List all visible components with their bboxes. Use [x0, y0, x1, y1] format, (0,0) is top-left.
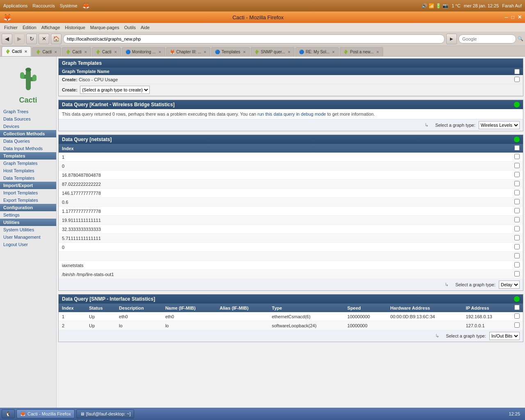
netstats-row-checkbox[interactable]: [514, 172, 520, 177]
taskbar: 🐧 🦊 Cacti - Mozilla Firefox 🖥 [fauf@fauf…: [0, 408, 525, 419]
tab-close-8[interactable]: ✕: [288, 50, 291, 54]
browser-toolbar: ◀ ▶ ↻ ✕ 🏠 ▶ 🔍: [0, 32, 525, 46]
menu-fichier[interactable]: Fichier: [2, 24, 20, 31]
debug-mode-link[interactable]: run this data query in debug mode: [258, 112, 326, 116]
tab-close-5[interactable]: ✕: [158, 50, 162, 54]
cisco-cpu-checkbox[interactable]: [514, 77, 520, 82]
sidebar-item-devices[interactable]: Devices: [0, 123, 56, 130]
search-bar[interactable]: [459, 34, 516, 43]
back-btn[interactable]: ◀: [2, 34, 12, 44]
stop-btn[interactable]: ✕: [39, 34, 49, 44]
tab-monitoring[interactable]: 🔵 Monitoring ... ✕: [122, 47, 165, 56]
tab-cacti-3[interactable]: 🌵 Cacti ✕: [62, 47, 91, 56]
sidebar-item-host-templates[interactable]: Host Templates: [0, 167, 56, 174]
netstats-row-checkbox[interactable]: [514, 199, 520, 204]
netstats-row: 0: [59, 162, 523, 171]
sidebar-item-data-templates[interactable]: Data Templates: [0, 174, 56, 182]
url-bar[interactable]: [63, 34, 445, 43]
snmp-status-dot: [514, 296, 520, 302]
netstats-row-checkbox[interactable]: [514, 190, 520, 195]
tab-close-3[interactable]: ✕: [84, 50, 87, 54]
snmp-row-checkbox[interactable]: [514, 313, 520, 319]
netstats-row-checkbox-cell: [511, 189, 523, 198]
minimize-btn[interactable]: ─: [504, 14, 508, 20]
sidebar-item-data-input-methods[interactable]: Data Input Methods: [0, 145, 56, 152]
snmp-select-all[interactable]: [514, 305, 520, 310]
tab-snmp[interactable]: 🌵 SNMP quer... ✕: [251, 47, 294, 56]
tab-post[interactable]: 🌵 Post a new... ✕: [340, 47, 383, 56]
netstats-row-checkbox[interactable]: [514, 262, 520, 267]
netstats-row-checkbox[interactable]: [514, 163, 520, 168]
gt-create-row-cisco: Create: Cisco - CPU Usage: [59, 75, 523, 84]
sidebar-item-export-templates[interactable]: Export Templates: [0, 196, 56, 204]
tab-cacti-1[interactable]: 🌵 Cacti ✕: [2, 46, 31, 56]
netstats-index-cell: 1.17777777777778: [59, 207, 511, 216]
sidebar-item-system-utilities[interactable]: System Utilities: [0, 226, 56, 233]
snmp-hw-cell: [387, 321, 463, 330]
netstats-row-checkbox[interactable]: [514, 217, 520, 222]
netstats-row: 16.8780487804878: [59, 171, 523, 180]
menu-affichage[interactable]: Affichage: [39, 24, 63, 31]
close-btn[interactable]: ✕: [518, 14, 522, 20]
tab-icon-6: 🦊: [170, 50, 175, 54]
tab-close-6[interactable]: ✕: [203, 50, 207, 54]
snmp-status-header: Status: [86, 304, 116, 312]
taskbar-firefox-btn[interactable]: 🦊 Cacti - Mozilla Firefox: [16, 409, 75, 418]
sidebar-item-import-templates[interactable]: Import Templates: [0, 189, 56, 196]
netstats-row-checkbox[interactable]: [514, 154, 520, 159]
netstats-row-checkbox-cell: [511, 261, 523, 270]
taskbar-terminal-btn[interactable]: 🖥 [fauf@fauf-desktop: ~]: [76, 409, 135, 418]
tab-close-4[interactable]: ✕: [114, 50, 117, 54]
sidebar-item-graph-templates[interactable]: Graph Templates: [0, 160, 56, 167]
netstats-row-checkbox[interactable]: [514, 235, 520, 240]
sidebar-item-data-sources[interactable]: Data Sources: [0, 115, 56, 123]
netstats-index-cell: 1: [59, 153, 511, 162]
tab-label-10: Post a new...: [350, 50, 373, 54]
karlnet-graph-type-select[interactable]: Wireless Levels: [479, 121, 520, 129]
menu-outils[interactable]: Outils: [122, 24, 138, 31]
tab-re[interactable]: 🔵 RE: My Sol... ✕: [295, 47, 339, 56]
sidebar-item-user-management[interactable]: User Management: [0, 233, 56, 241]
tab-close-10[interactable]: ✕: [376, 50, 379, 54]
tab-templates[interactable]: 🔵 Templates ✕: [211, 47, 250, 56]
menu-edition[interactable]: Édition: [20, 24, 39, 31]
applications-menu[interactable]: Applications: [3, 3, 27, 8]
netstats-row-checkbox[interactable]: [514, 181, 520, 186]
taskbar-start[interactable]: 🐧: [2, 409, 15, 418]
go-btn[interactable]: ▶: [446, 34, 457, 44]
reload-btn[interactable]: ↻: [26, 34, 37, 44]
tab-icon-3: 🌵: [66, 50, 71, 54]
tab-close-2[interactable]: ✕: [54, 50, 57, 54]
tab-close-1[interactable]: ✕: [24, 50, 27, 54]
netstats-select-all[interactable]: [514, 145, 520, 151]
graph-type-select[interactable]: (Select a graph type to create): [80, 86, 150, 94]
netstats-row-checkbox[interactable]: [514, 226, 520, 231]
menu-marque-pages[interactable]: Marque-pages: [88, 24, 122, 31]
system-menu[interactable]: Système: [60, 3, 78, 8]
netstats-row-checkbox[interactable]: [514, 208, 520, 213]
sidebar-item-logout-user[interactable]: Logout User: [0, 241, 56, 248]
graph-template-select-all[interactable]: [514, 69, 520, 74]
home-btn[interactable]: 🏠: [51, 34, 62, 44]
netstats-row-checkbox[interactable]: [514, 271, 520, 276]
netstats-row-checkbox[interactable]: [514, 253, 520, 258]
snmp-type-cell: ethernetCsmacd(6): [269, 312, 344, 321]
netstats-graph-type-select[interactable]: Delay: [499, 281, 520, 289]
menu-historique[interactable]: Historique: [62, 24, 88, 31]
netstats-row-checkbox[interactable]: [514, 244, 520, 249]
tab-close-7[interactable]: ✕: [243, 50, 246, 54]
tab-cacti-4[interactable]: 🌵 Cacti ✕: [92, 47, 121, 56]
sidebar-item-settings[interactable]: Settings: [0, 211, 56, 219]
menu-aide[interactable]: Aide: [138, 24, 152, 31]
shortcuts-menu[interactable]: Raccourcis: [32, 3, 55, 8]
snmp-row-checkbox[interactable]: [514, 322, 520, 328]
sidebar-header-import-export: Import/Export: [0, 182, 56, 189]
sidebar-item-graph-trees[interactable]: Graph Trees: [0, 108, 56, 115]
sidebar-item-data-queries[interactable]: Data Queries: [0, 137, 56, 145]
maximize-btn[interactable]: □: [511, 14, 514, 20]
tab-close-9[interactable]: ✕: [332, 50, 335, 54]
tab-cacti-2[interactable]: 🌵 Cacti ✕: [32, 47, 61, 56]
forward-btn[interactable]: ▶: [14, 34, 25, 44]
snmp-graph-type-select[interactable]: In/Out Bits: [489, 332, 520, 340]
tab-chapter[interactable]: 🦊 Chapter III: ... ✕: [166, 47, 211, 56]
